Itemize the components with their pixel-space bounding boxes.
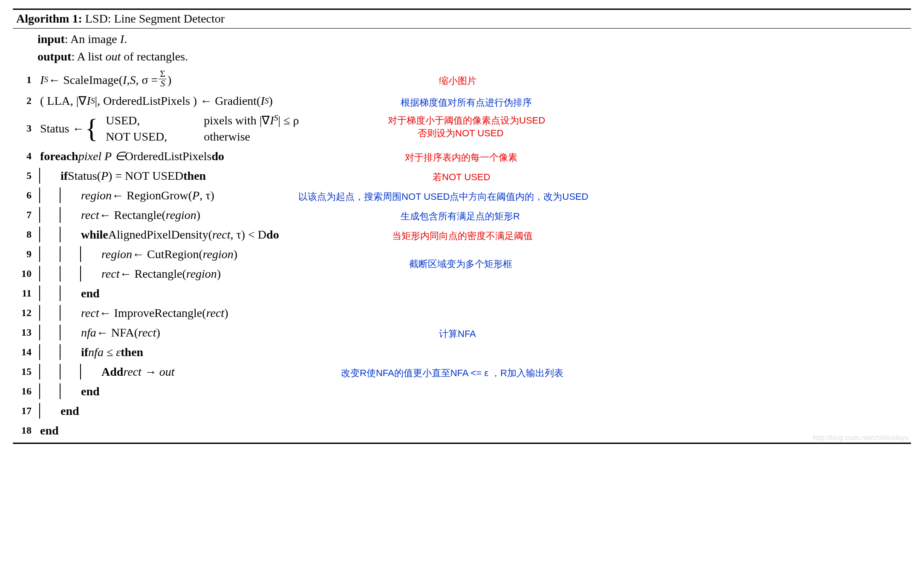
line-number: 15 — [13, 362, 38, 381]
line-number: 12 — [13, 303, 38, 322]
annotation: 对于梯度小于阈值的像素点设为USED — [388, 114, 545, 127]
code-line-8: 8 while AlignedPixelDensity(rect, τ) < D… — [13, 224, 911, 244]
watermark: http://blog.csdn.net/chishuideyu — [813, 434, 909, 442]
code-line-12: 12 rect ← ImproveRectangle(rect) — [13, 303, 911, 322]
code-line-6: 6 region ← RegionGrow(P, τ) 以该点为起点，搜索周围N… — [13, 185, 911, 205]
code-line-17: 17 end — [13, 401, 911, 420]
line-number: 13 — [13, 322, 38, 342]
code-content: IS ← ScaleImage(I, S, σ = ΣS) — [38, 70, 171, 89]
line-number: 11 — [13, 283, 38, 303]
line-number: 14 — [13, 342, 38, 362]
code-line-13: 13 nfa ← NFA(rect) 计算NFA — [13, 322, 911, 342]
algorithm-label: Algorithm 1: — [16, 12, 82, 25]
annotation: 改变R使NFA的值更小直至NFA <= ε ，R加入输出列表 — [341, 367, 563, 380]
code-content: Status ← { USED,pixels with |∇IS| ≤ ρ NO… — [38, 112, 299, 145]
output-label: output — [38, 50, 71, 63]
rule-bottom — [13, 443, 911, 444]
io-block: input: An image I. output: A list out of… — [13, 29, 911, 69]
annotation: 生成包含所有满足点的矩形R — [401, 210, 520, 223]
line-number: 3 — [13, 111, 38, 147]
line-number: 5 — [13, 166, 38, 185]
annotation: 以该点为起点，搜索周围NOT USED点中方向在阈值内的，改为USED — [298, 190, 588, 203]
line-number: 17 — [13, 401, 38, 420]
line-number: 8 — [13, 224, 38, 244]
code-line-18: 18 end — [13, 420, 911, 440]
input-text: : An image — [65, 32, 120, 46]
line-number: 2 — [13, 91, 38, 111]
code-line-10: 10 rect ← Rectangle(region) — [13, 264, 911, 283]
input-tail: . — [124, 32, 127, 46]
annotation: 若NOT USED — [433, 171, 490, 184]
code-line-7: 7 rect ← Rectangle(region) 生成包含所有满足点的矩形R — [13, 205, 911, 224]
input-line: input: An image I. — [38, 31, 911, 48]
output-line: output: A list out of rectangles. — [38, 48, 911, 66]
code-line-5: 5 if Status(P) = NOT USED then 若NOT USED — [13, 166, 911, 185]
code-line-11: 11 end — [13, 283, 911, 303]
code-content: ( LLA, |∇IS|, OrderedListPixels ) ← Grad… — [38, 93, 273, 109]
annotation: 缩小图片 — [439, 75, 476, 87]
annotation: 否则设为NOT USED — [418, 127, 503, 140]
code-line-4: 4 foreach pixel P ∈ OrderedListPixels do… — [13, 146, 911, 166]
input-var: I — [120, 32, 124, 46]
line-number: 10 — [13, 264, 38, 283]
algorithm-header: Algorithm 1: LSD: Line Segment Detector — [13, 10, 911, 28]
annotation: 对于排序表内的每一个像素 — [405, 151, 517, 164]
code-line-15: 15 Add rect → out 改变R使NFA的值更小直至NFA <= ε … — [13, 362, 911, 381]
brace-icon: { — [84, 116, 101, 141]
algorithm-block: Algorithm 1: LSD: Line Segment Detector … — [13, 9, 911, 444]
input-label: input — [38, 32, 65, 46]
line-number: 16 — [13, 381, 38, 401]
annotation: 根据梯度值对所有点进行伪排序 — [401, 96, 532, 109]
output-tail: of rectangles. — [121, 50, 188, 63]
annotation: 当矩形内同向点的密度不满足阈值 — [392, 230, 533, 242]
line-number: 1 — [13, 69, 38, 91]
line-number: 6 — [13, 185, 38, 205]
code-line-9: 9 region ← CutRegion(region) 截断区域变为多个矩形框 — [13, 244, 911, 264]
annotation: 计算NFA — [439, 328, 476, 340]
code-line-3: 3 Status ← { USED,pixels with |∇IS| ≤ ρ … — [13, 111, 911, 147]
output-var: out — [106, 50, 121, 63]
code-line-14: 14 if nfa ≤ ε then — [13, 342, 911, 362]
algorithm-title: LSD: Line Segment Detector — [85, 12, 225, 25]
algorithm-body: 1 IS ← ScaleImage(I, S, σ = ΣS) 缩小图片 2 (… — [13, 69, 911, 440]
line-number: 4 — [13, 146, 38, 166]
line-number: 7 — [13, 205, 38, 224]
output-text: : A list — [71, 50, 105, 63]
code-line-2: 2 ( LLA, |∇IS|, OrderedListPixels ) ← Gr… — [13, 91, 911, 111]
line-number: 18 — [13, 420, 38, 440]
code-line-1: 1 IS ← ScaleImage(I, S, σ = ΣS) 缩小图片 — [13, 69, 911, 91]
code-line-16: 16 end — [13, 381, 911, 401]
line-number: 9 — [13, 244, 38, 264]
